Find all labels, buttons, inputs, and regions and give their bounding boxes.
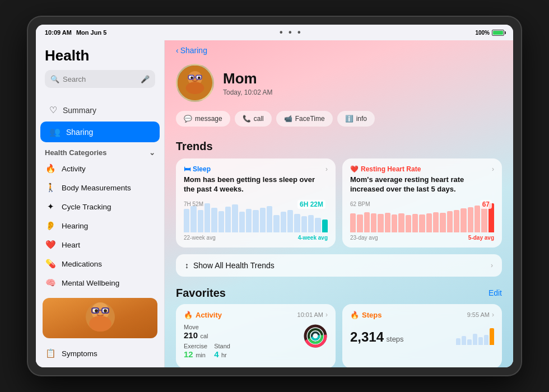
steps-mini-bar [456,338,460,345]
heart-trend-card[interactable]: ❤️ Resting Heart Rate › Mom's average re… [342,158,502,248]
move-value: 210 [184,330,198,340]
show-all-label: Show All Health Trends [193,261,274,270]
sidebar-title: Health [45,47,155,64]
sleep-chart: 7H 52M 6H 22M [184,199,328,232]
steps-mini-bar [484,335,488,345]
svg-point-19 [186,82,204,94]
activity-fav-icon: 🔥 [184,311,193,319]
symptoms-label: Symptoms [62,349,97,358]
sleep-desc: Mom has been getting less sleep over the… [184,175,328,194]
message-button[interactable]: 💬 message [176,111,230,127]
exercise-value: 12 [184,349,193,359]
person-photo-inner [43,298,157,338]
sleep-bar [301,216,307,232]
activity-fav-header: 🔥 Activity 10:01 AM › [184,311,328,319]
sleep-bar [253,210,258,232]
symptoms-icon: 📋 [45,348,56,359]
heart-bar [398,213,404,232]
category-hearing[interactable]: 👂 Hearing [36,216,164,235]
sleep-chart-labels: 22-week avg 4-week avg [184,235,328,241]
search-bar[interactable]: 🔍 🎤 [45,70,155,88]
sleep-bar [232,204,238,232]
sleep-right-label: 4-week avg [298,235,328,241]
show-all-trends-row[interactable]: ↕ Show All Health Trends › [176,254,502,277]
medications-label: Medications [62,260,102,268]
profile-name: Mom [223,70,273,87]
facetime-button[interactable]: 📹 FaceTime [276,111,333,127]
sidebar-item-summary[interactable]: ♡ Summary [40,100,160,120]
activity-stats-left: Move 210 cal Exercise 12 min [184,324,297,362]
symptoms-item[interactable]: 📋 Symptoms [36,344,164,363]
search-icon: 🔍 [50,75,59,83]
edit-button[interactable]: Edit [488,288,502,297]
battery-fill [493,31,503,35]
sleep-bar [273,215,279,232]
heart-bar [350,213,356,232]
steps-fav-time: 9:55 AM [467,311,490,318]
steps-content: 2,314 steps [350,324,494,345]
svg-point-4 [95,309,98,312]
sleep-bar [225,207,231,232]
sleep-bar [211,208,217,232]
body-label: Body Measurements [62,184,131,192]
heart-card-header: ❤️ Resting Heart Rate › [350,165,494,173]
svg-point-5 [104,309,107,312]
heart-right-label: 5-day avg [468,235,494,241]
call-icon: 📞 [243,115,251,123]
steps-mini-bar [478,337,483,345]
heart-y-label: 62 BPM [350,201,370,207]
status-bar: 10:09 AM Mon Jun 5 • • • 100% [36,25,513,40]
search-input[interactable] [63,75,137,83]
category-medications[interactable]: 💊 Medications [36,254,164,273]
activity-fav-card[interactable]: 🔥 Activity 10:01 AM › Move [176,304,336,367]
mental-icon: 🧠 [45,277,56,288]
activity-chevron-icon: › [325,311,328,319]
call-button[interactable]: 📞 call [235,111,272,127]
activity-ring [303,324,328,348]
call-label: call [254,115,264,123]
category-heart[interactable]: ❤️ Heart [36,235,164,254]
sleep-left-label: 22-week avg [184,235,216,241]
heart-bar [378,214,383,232]
hearing-label: Hearing [62,222,88,230]
sleep-chevron-icon: › [325,165,328,173]
dots-icon: • • • [280,27,303,38]
sleep-bar [281,212,286,232]
heart-label: Heart [62,241,80,249]
back-button[interactable]: ‹ Sharing [176,46,207,55]
category-body-measurements[interactable]: 🚶 Body Measurements [36,178,164,197]
info-label: info [356,115,367,123]
sleep-bar [267,206,272,232]
steps-value: 2,314 [350,329,384,344]
battery-icon [492,30,504,36]
exercise-unit: min [196,352,206,358]
category-activity[interactable]: 🔥 Activity [36,159,164,178]
heart-bar [392,214,397,232]
category-mental[interactable]: 🧠 Mental Wellbeing [36,273,164,292]
sidebar-item-sharing[interactable]: 👥 Sharing [40,122,160,142]
heart-bar [447,211,453,232]
category-cycle[interactable]: ✦ Cycle Tracking [36,197,164,216]
heart-chevron-icon: › [492,165,494,173]
show-all-chevron-icon: › [491,262,493,269]
move-unit: cal [200,333,208,339]
heart-bar [433,212,439,232]
categories-title: Health Categories [45,148,107,157]
heart-bar [371,213,376,232]
trends-row: 🛏 Sleep › Mom has been getting less slee… [165,158,513,254]
sleep-icon: 🛏 [184,165,190,173]
move-stat: Move 210 cal [184,324,297,340]
cycle-icon: ✦ [45,201,56,212]
sleep-bar [184,209,189,232]
steps-mini-bars [456,328,494,345]
sleep-bar [260,208,266,232]
sleep-trend-card[interactable]: 🛏 Sleep › Mom has been getting less slee… [176,158,336,248]
svg-point-14 [190,77,193,80]
sleep-y-label: 7H 52M [184,201,203,207]
steps-fav-card[interactable]: 🔥 Steps 9:55 AM › 2,314 steps [342,304,502,367]
info-button[interactable]: ℹ️ info [337,111,375,127]
steps-mini-bar [490,328,494,345]
sidebar: Health 🔍 🎤 ♡ Summary 👥 Sharing H [36,40,165,367]
message-icon: 💬 [184,115,192,123]
facetime-label: FaceTime [295,115,325,123]
